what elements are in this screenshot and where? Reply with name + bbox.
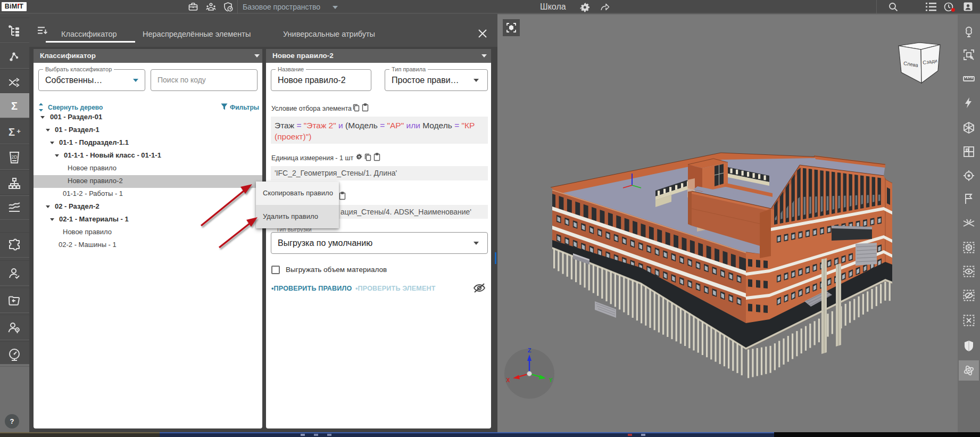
- svg-text:Σ: Σ: [9, 126, 15, 138]
- svg-text:Y: Y: [549, 377, 552, 383]
- svg-text:X: X: [506, 377, 510, 383]
- svg-text:2D: 2D: [12, 154, 18, 160]
- svg-text:+: +: [16, 127, 21, 135]
- svg-text:Σ: Σ: [11, 100, 18, 112]
- svg-text:Z: Z: [528, 347, 531, 353]
